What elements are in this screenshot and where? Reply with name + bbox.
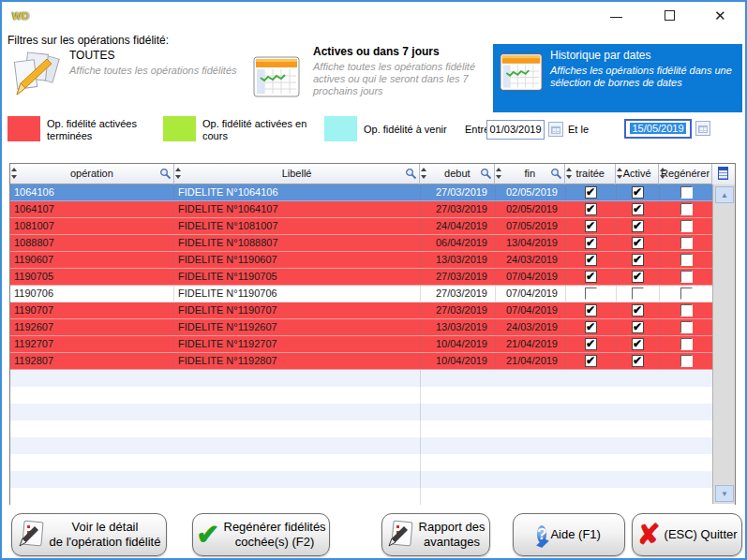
- table-row[interactable]: 1081007FIDELITE N°108100724/04/201907/05…: [10, 218, 735, 235]
- filter-option-historique[interactable]: Historique par dates Affiches les opérat…: [493, 44, 742, 112]
- regenerer-checkbox[interactable]: [680, 338, 693, 350]
- traitee-checkbox[interactable]: [585, 355, 597, 367]
- regenerer-checkbox[interactable]: [680, 220, 693, 232]
- column-header-6[interactable]: Regénérer: [659, 164, 712, 184]
- fin-cell: 21/04/2019: [496, 353, 566, 369]
- legend-swatch-terminees: [7, 116, 40, 141]
- column-header-1[interactable]: Libellé: [174, 164, 421, 184]
- date-from-field[interactable]: 01/03/2019: [486, 120, 545, 140]
- traitee-checkbox[interactable]: [585, 338, 597, 350]
- regenerer-checkbox[interactable]: [680, 287, 693, 300]
- legend-swatch-a-venir: [324, 116, 357, 141]
- regenerer-checkbox[interactable]: [680, 304, 693, 317]
- traitee-cell: [566, 302, 617, 318]
- active-checkbox[interactable]: [632, 287, 644, 300]
- documents-pencil-icon: [11, 51, 62, 100]
- button-label: (ESC) Quitter: [665, 527, 738, 542]
- regenerer-checkbox[interactable]: [680, 355, 693, 367]
- table-row[interactable]: 1192807FIDELITE N°119280710/04/201921/04…: [10, 353, 735, 370]
- table-row[interactable]: 1192607FIDELITE N°119260713/03/201924/03…: [10, 319, 735, 336]
- active-checkbox[interactable]: [632, 304, 644, 317]
- active-checkbox[interactable]: [632, 220, 644, 232]
- column-header-5[interactable]: Activé: [616, 164, 659, 184]
- detail-operation-button[interactable]: Voir le détailde l'opération fidélité: [11, 513, 167, 556]
- calendar-picker-icon[interactable]: [695, 121, 710, 136]
- search-icon[interactable]: [480, 168, 492, 180]
- regenerer-checkbox[interactable]: [680, 203, 693, 215]
- debut-cell: 27/03/2019: [421, 269, 496, 285]
- maximize-button[interactable]: [650, 2, 691, 30]
- active-cell: [617, 235, 660, 251]
- libelle-cell: FIDELITE N°1192607: [174, 319, 421, 335]
- regenerer-cell: [660, 269, 713, 285]
- traitee-checkbox[interactable]: [585, 271, 597, 283]
- active-checkbox[interactable]: [632, 254, 644, 266]
- traitee-checkbox[interactable]: [585, 203, 597, 215]
- table-row[interactable]: 1064107FIDELITE N°106410727/03/201902/05…: [10, 201, 735, 218]
- traitee-checkbox[interactable]: [585, 304, 597, 317]
- aide-button[interactable]: ?Aide (F1): [513, 513, 625, 556]
- quitter-button[interactable]: ✘(ESC) Quitter: [632, 513, 742, 556]
- active-checkbox[interactable]: [632, 186, 644, 199]
- rapport-avantages-button[interactable]: Rapport desavantages: [381, 513, 490, 556]
- column-header-0[interactable]: opération: [10, 164, 174, 184]
- fin-cell: 07/04/2019: [496, 269, 566, 285]
- traitee-checkbox[interactable]: [585, 186, 597, 199]
- table-row[interactable]: 1190607FIDELITE N°119060713/03/201924/03…: [10, 252, 735, 269]
- filter-option-toutes[interactable]: TOUTES Affiche toutes les opérations fid…: [9, 45, 244, 107]
- regenerer-fidelites-button[interactable]: ✔Regénérer fidélitéscochée(s) (F2): [192, 513, 330, 556]
- filter-option-actives-7-jours[interactable]: Actives ou dans 7 jours Affiche toutes l…: [251, 43, 486, 111]
- search-icon[interactable]: [405, 168, 417, 180]
- traitee-checkbox[interactable]: [585, 220, 597, 232]
- active-checkbox[interactable]: [632, 203, 644, 215]
- fin-cell: 07/05/2019: [496, 218, 566, 234]
- notepad-pencil-icon: [387, 519, 415, 552]
- column-header-2[interactable]: debut: [420, 164, 495, 184]
- minimize-button[interactable]: [595, 2, 636, 30]
- regenerer-checkbox[interactable]: [680, 321, 693, 333]
- table-row[interactable]: 1064106FIDELITE N°106410627/03/201902/05…: [10, 184, 735, 201]
- operations-table: opérationLibellédebutfintraitéeActivéReg…: [9, 163, 736, 505]
- active-cell: [617, 302, 660, 318]
- empty-row: [10, 471, 735, 488]
- table-row[interactable]: 1190707FIDELITE N°119070727/03/201907/04…: [10, 302, 735, 319]
- table-row[interactable]: 1192707FIDELITE N°119270710/04/201921/04…: [10, 336, 735, 353]
- date-to-field[interactable]: 15/05/2019: [624, 119, 692, 139]
- active-checkbox[interactable]: [632, 355, 644, 367]
- debut-cell: 13/03/2019: [421, 319, 496, 335]
- active-cell: [617, 319, 660, 335]
- search-icon[interactable]: [159, 168, 172, 180]
- traitee-checkbox[interactable]: [585, 321, 597, 333]
- regenerer-checkbox[interactable]: [680, 237, 693, 249]
- traitee-checkbox[interactable]: [585, 287, 597, 300]
- column-header-4[interactable]: traitée: [565, 164, 616, 184]
- active-checkbox[interactable]: [632, 338, 644, 350]
- fin-cell: 24/03/2019: [496, 252, 566, 268]
- active-checkbox[interactable]: [632, 271, 644, 283]
- calendar-picker-icon[interactable]: [548, 122, 563, 137]
- search-icon[interactable]: [550, 168, 562, 180]
- regenerer-checkbox[interactable]: [680, 271, 693, 283]
- empty-cell: [10, 370, 421, 387]
- active-checkbox[interactable]: [632, 321, 644, 333]
- table-menu-icon[interactable]: [712, 164, 735, 184]
- table-row[interactable]: 1190706FIDELITE N°119070627/03/201907/04…: [10, 286, 735, 302]
- close-button[interactable]: ✕: [700, 2, 741, 30]
- regenerer-checkbox[interactable]: [680, 254, 693, 266]
- scroll-down-icon[interactable]: ▼: [715, 485, 734, 502]
- traitee-checkbox[interactable]: [585, 237, 597, 249]
- traitee-checkbox[interactable]: [585, 254, 597, 266]
- vertical-scrollbar[interactable]: ▲ ▼: [712, 184, 735, 504]
- calendar-icon: [253, 56, 300, 100]
- table-row[interactable]: 1190705FIDELITE N°119070527/03/201907/04…: [10, 269, 735, 286]
- scroll-up-icon[interactable]: ▲: [715, 186, 734, 203]
- traitee-cell: [566, 286, 617, 302]
- active-checkbox[interactable]: [632, 237, 644, 249]
- regenerer-cell: [660, 286, 713, 302]
- regenerer-cell: [660, 252, 713, 268]
- fin-cell: 07/04/2019: [496, 302, 566, 318]
- regenerer-checkbox[interactable]: [680, 186, 693, 199]
- column-header-3[interactable]: fin: [495, 164, 565, 184]
- table-row[interactable]: 1088807FIDELITE N°108880706/04/201913/04…: [10, 235, 735, 252]
- legend-label-terminees: Op. fidélité activées terminées: [47, 118, 159, 142]
